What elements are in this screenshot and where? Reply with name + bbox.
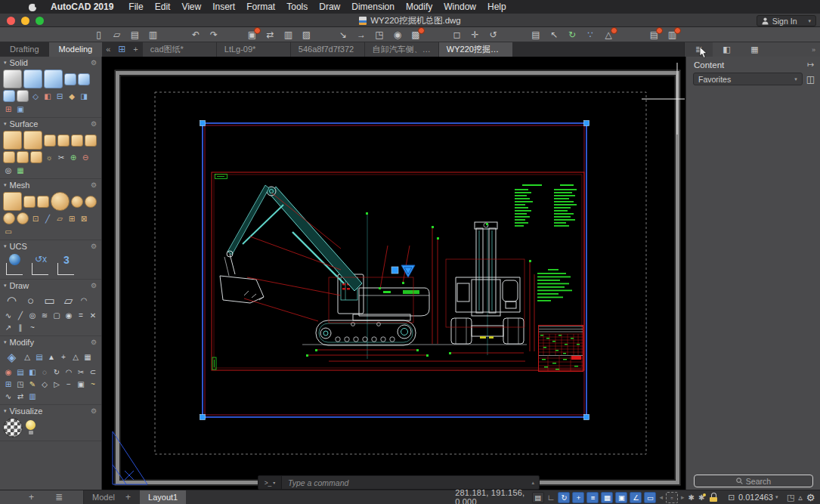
close-panel-icon[interactable]: ↦	[807, 60, 814, 70]
surface-sweep[interactable]	[44, 135, 56, 147]
file-tab-truck[interactable]: 自卸汽车侧、后图	[365, 42, 438, 57]
section-gear-icon[interactable]: ⚙	[91, 243, 97, 250]
surface-tools[interactable]: ✂	[56, 152, 67, 162]
new-file[interactable]: ▯	[92, 29, 105, 41]
draw-circle[interactable]: ○	[22, 292, 39, 308]
solid-slice[interactable]	[78, 73, 90, 85]
blocks-palette-tab[interactable]: ◧	[713, 42, 741, 57]
insert-block[interactable]: ↘	[337, 29, 350, 41]
mesh-split-face[interactable]: ╱	[42, 213, 53, 224]
zoom-window[interactable]: ◻	[450, 29, 463, 41]
surface-extrude[interactable]	[85, 135, 97, 147]
solid-box[interactable]	[3, 70, 22, 88]
modify-stack[interactable]: ▤	[34, 352, 45, 363]
save-as[interactable]: ▥	[147, 29, 159, 41]
next-viewport[interactable]: ▸	[681, 493, 685, 501]
collapse-caret-icon[interactable]: ▾	[4, 408, 7, 414]
modify-3d-mirror[interactable]: ▲	[46, 352, 57, 363]
properties-palette-tab[interactable]: ▦	[741, 42, 769, 57]
section-gear-icon[interactable]: ⚙	[91, 120, 97, 128]
annotation-visibility[interactable]: ✱	[688, 493, 695, 502]
modify-spline-edit[interactable]: ∿	[3, 391, 14, 401]
section-gear-icon[interactable]: ⚙	[91, 339, 97, 346]
solid-extrude[interactable]	[23, 70, 42, 88]
modify-align[interactable]: ⇄	[15, 391, 26, 401]
solid-fillet-edge[interactable]	[3, 90, 15, 102]
materials-browser[interactable]	[3, 418, 23, 438]
modify-array-edit[interactable]: ▦	[82, 352, 93, 363]
menu-window[interactable]: Window	[444, 2, 476, 12]
quick-select[interactable]: ↖	[548, 29, 561, 41]
more-palettes-icon[interactable]: »	[812, 46, 820, 54]
app-menu[interactable]: AutoCAD 2019	[51, 2, 113, 12]
draw-measure[interactable]: ↗	[3, 322, 14, 332]
draw-ellipse[interactable]: ◎	[27, 310, 38, 320]
surface-associativity[interactable]: ☼	[44, 152, 54, 162]
mesh-refine[interactable]	[37, 196, 49, 208]
point-style[interactable]: ∵	[584, 29, 597, 41]
modify-sweep-edit[interactable]: ~	[88, 379, 98, 389]
surface-loft[interactable]	[23, 131, 42, 150]
draw-surface-plane[interactable]: ▱	[60, 292, 77, 308]
mesh-extrude-face[interactable]: ▱	[54, 213, 65, 224]
layout1-tab[interactable]: Layout1	[140, 490, 186, 504]
mesh-smooth-more[interactable]	[71, 196, 83, 208]
modify-extrude-face[interactable]: ◳	[15, 379, 26, 389]
new-drawing-tab-button[interactable]: +	[129, 42, 141, 57]
collapse-caret-icon[interactable]: ▾	[4, 182, 7, 188]
sign-in-button[interactable]: Sign In ▾	[757, 15, 816, 26]
add-tool-set-button[interactable]: +	[29, 492, 34, 502]
command-bar[interactable]: >_▾ Type a command ▴	[258, 475, 540, 490]
lock-ui-icon[interactable]	[710, 493, 718, 502]
surface-revolve[interactable]	[71, 135, 83, 147]
collapse-caret-icon[interactable]: ▾	[4, 339, 7, 345]
solid-polysolid[interactable]	[44, 70, 63, 88]
menu-file[interactable]: File	[128, 2, 143, 12]
draw-point[interactable]: ✕	[88, 310, 98, 320]
draw-rectangle[interactable]: ▭	[41, 292, 58, 308]
file-tab-cad[interactable]: cad图纸*	[143, 42, 216, 57]
package[interactable]: ◳	[373, 29, 386, 41]
prev-viewport[interactable]: ◂	[659, 493, 663, 501]
modify-array-polar[interactable]: ◉	[3, 366, 14, 377]
modify-rotate[interactable]: ↻	[51, 366, 62, 377]
panel-view-toggle-icon[interactable]: ◫	[806, 74, 815, 85]
annotation-scale-icon[interactable]: ⊡	[728, 493, 735, 502]
draw-arc-3point[interactable]: ◠	[79, 295, 89, 306]
mesh-smooth-object[interactable]	[23, 196, 36, 208]
command-history-toggle-icon[interactable]: ▴	[531, 480, 539, 486]
surface-trim[interactable]: ⊖	[80, 152, 91, 162]
modify-explode[interactable]: ◇	[39, 379, 50, 389]
layers-palette[interactable]: ▤	[648, 29, 661, 41]
paper-space-view[interactable]	[102, 57, 685, 490]
draw-arc[interactable]: ◠	[3, 292, 20, 308]
redo[interactable]: ↷	[208, 29, 221, 41]
modify-break[interactable]: −	[63, 379, 74, 389]
collapse-caret-icon[interactable]: ▾	[4, 243, 7, 249]
grip-square[interactable]	[391, 267, 398, 274]
solid-union[interactable]: ◧	[42, 91, 53, 101]
print[interactable]: ▣	[246, 29, 258, 41]
solid-sweep[interactable]: ◨	[79, 91, 89, 101]
modify-offset[interactable]: ⊂	[88, 366, 98, 377]
new-layout-button[interactable]: +	[125, 492, 131, 502]
page-setup[interactable]: ▨	[300, 29, 313, 41]
ucs-3point[interactable]: 3	[54, 253, 79, 276]
collapse-caret-icon[interactable]: ▾	[4, 121, 7, 127]
modify-mirror[interactable]: △	[70, 352, 81, 363]
menu-edit[interactable]: Edit	[155, 2, 171, 12]
search-input[interactable]: Search	[694, 475, 813, 487]
plot-preview[interactable]: ▥	[282, 29, 295, 41]
draw-donut[interactable]: ◉	[63, 310, 74, 320]
tab-modeling[interactable]: Modeling	[49, 42, 103, 57]
mesh-crease-add[interactable]	[3, 212, 15, 224]
mesh-collapse[interactable]: ▭	[3, 226, 14, 237]
menu-view[interactable]: View	[181, 2, 201, 12]
solid-edit[interactable]	[17, 90, 29, 102]
surface-patch[interactable]	[57, 135, 70, 147]
grid-display[interactable]: ▦	[601, 492, 613, 503]
draw-parallel[interactable]: ∥	[15, 322, 26, 332]
file-tab-wy220[interactable]: WY220挖掘机总图*	[439, 42, 512, 57]
open-file[interactable]: ▱	[110, 29, 123, 41]
collapse-tool-sets-icon[interactable]: «	[102, 42, 114, 57]
